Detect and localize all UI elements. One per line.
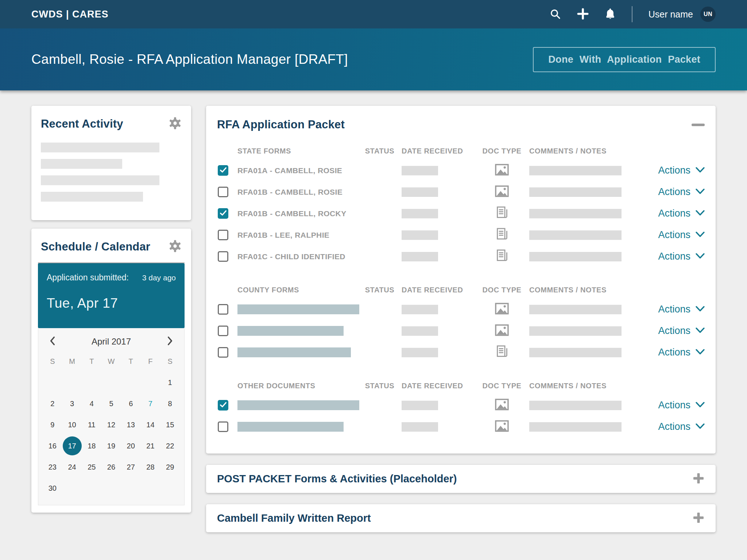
calendar-day[interactable]: 19 bbox=[101, 436, 121, 455]
date-received-bar bbox=[402, 230, 438, 240]
row-checkbox[interactable] bbox=[218, 400, 228, 411]
calendar-day[interactable]: 9 bbox=[43, 415, 62, 434]
row-checkbox[interactable] bbox=[218, 230, 228, 240]
calendar-empty-cell bbox=[101, 373, 121, 392]
row-checkbox[interactable] bbox=[218, 208, 228, 219]
comments-bar bbox=[529, 187, 622, 197]
chevron-down-icon bbox=[696, 210, 705, 217]
event-time-ago: 3 day ago bbox=[142, 273, 176, 282]
event-label: Application submitted: bbox=[47, 273, 129, 283]
calendar-day[interactable]: 20 bbox=[121, 436, 141, 455]
calendar-day[interactable]: 11 bbox=[82, 415, 101, 434]
row-checkbox[interactable] bbox=[218, 251, 228, 262]
row-checkbox[interactable] bbox=[218, 347, 228, 358]
top-navigation-bar: CWDS | CARES User name UN bbox=[0, 0, 747, 28]
calendar-day[interactable]: 7 bbox=[141, 394, 160, 413]
packet-section-header: OTHER DOCUMENTS STATUS DATE RECEIVED DOC… bbox=[217, 377, 705, 394]
chevron-down-icon bbox=[696, 423, 705, 430]
add-button[interactable] bbox=[577, 8, 589, 21]
actions-dropdown[interactable]: Actions bbox=[658, 325, 705, 337]
calendar-day[interactable]: 4 bbox=[82, 394, 101, 413]
actions-dropdown[interactable]: Actions bbox=[658, 165, 705, 176]
actions-dropdown[interactable]: Actions bbox=[658, 400, 705, 411]
calendar-empty-cell bbox=[101, 479, 121, 498]
recent-activity-settings-button[interactable] bbox=[169, 117, 182, 131]
chevron-down-icon bbox=[696, 306, 705, 313]
calendar-day[interactable]: 23 bbox=[43, 458, 62, 477]
actions-dropdown[interactable]: Actions bbox=[658, 347, 705, 358]
schedule-calendar-title: Schedule / Calendar bbox=[41, 240, 150, 253]
packet-row: RFA01A - CAMBELL, ROSIE Actions bbox=[217, 160, 705, 181]
packet-row: Actions bbox=[217, 342, 705, 363]
comments-bar bbox=[529, 348, 622, 357]
calendar-day[interactable]: 13 bbox=[121, 415, 141, 434]
calendar-day[interactable]: 15 bbox=[160, 415, 180, 434]
done-with-application-packet-button[interactable]: Done With Application Packet bbox=[533, 47, 716, 72]
calendar-day[interactable]: 8 bbox=[160, 394, 180, 413]
date-received-bar bbox=[402, 348, 438, 357]
calendar-day[interactable]: 2 bbox=[43, 394, 62, 413]
actions-label: Actions bbox=[658, 165, 690, 176]
user-menu[interactable]: User name UN bbox=[649, 7, 716, 22]
actions-dropdown[interactable]: Actions bbox=[658, 186, 705, 198]
calendar-day[interactable]: 26 bbox=[101, 458, 121, 477]
actions-dropdown[interactable]: Actions bbox=[658, 304, 705, 315]
chevron-down-icon bbox=[696, 349, 705, 356]
plus-icon bbox=[577, 8, 589, 21]
actions-dropdown[interactable]: Actions bbox=[658, 208, 705, 219]
calendar-day-header: W bbox=[101, 352, 121, 371]
calendar-day[interactable]: 12 bbox=[101, 415, 121, 434]
date-received-bar bbox=[402, 326, 438, 336]
calendar-day[interactable]: 6 bbox=[121, 394, 141, 413]
row-checkbox[interactable] bbox=[218, 304, 228, 315]
calendar-day[interactable]: 27 bbox=[121, 458, 141, 477]
chevron-down-icon bbox=[696, 402, 705, 409]
column-header-doc-type: DOC TYPE bbox=[482, 286, 521, 294]
search-button[interactable] bbox=[549, 8, 561, 21]
packet-row: RFA01B - LEE, RALPHIE Actions bbox=[217, 224, 705, 246]
calendar-day[interactable]: 18 bbox=[82, 436, 101, 455]
packet-row: Actions bbox=[217, 299, 705, 320]
calendar-next-button[interactable] bbox=[167, 336, 173, 347]
calendar-empty-cell bbox=[62, 479, 82, 498]
calendar-day[interactable]: 21 bbox=[141, 436, 160, 455]
row-checkbox[interactable] bbox=[218, 165, 228, 176]
calendar-day[interactable]: 16 bbox=[43, 436, 62, 455]
comments-bar bbox=[529, 401, 622, 410]
calendar-day[interactable]: 17 bbox=[62, 436, 82, 455]
row-checkbox[interactable] bbox=[218, 326, 228, 336]
packet-row: Actions bbox=[217, 320, 705, 342]
packet-row: RFA01B - CAMBELL, ROSIE Actions bbox=[217, 181, 705, 203]
schedule-settings-button[interactable] bbox=[169, 240, 182, 254]
app-logo: CWDS | CARES bbox=[31, 9, 109, 20]
calendar-day[interactable]: 5 bbox=[101, 394, 121, 413]
calendar-day[interactable]: 3 bbox=[62, 394, 82, 413]
topbar-divider bbox=[632, 6, 632, 22]
actions-dropdown[interactable]: Actions bbox=[658, 251, 705, 262]
actions-dropdown[interactable]: Actions bbox=[658, 229, 705, 241]
collapse-minus-icon[interactable] bbox=[692, 124, 705, 126]
row-name-bar bbox=[237, 326, 344, 336]
calendar-day[interactable]: 24 bbox=[62, 458, 82, 477]
calendar-day[interactable]: 25 bbox=[82, 458, 101, 477]
calendar-day[interactable]: 29 bbox=[160, 458, 180, 477]
calendar-day[interactable]: 22 bbox=[160, 436, 180, 455]
notifications-button[interactable] bbox=[605, 8, 616, 21]
calendar-prev-button[interactable] bbox=[49, 336, 56, 347]
post-packet-title: POST PACKET Forms & Activities (Placehol… bbox=[217, 473, 457, 485]
post-packet-expand-button[interactable] bbox=[692, 472, 705, 486]
row-checkbox[interactable] bbox=[218, 187, 228, 197]
calendar-day[interactable]: 14 bbox=[141, 415, 160, 434]
calendar-day[interactable]: 30 bbox=[43, 479, 62, 498]
calendar-day[interactable]: 10 bbox=[62, 415, 82, 434]
written-report-expand-button[interactable] bbox=[692, 512, 705, 525]
column-header-doc-type: DOC TYPE bbox=[482, 147, 521, 155]
row-checkbox[interactable] bbox=[218, 421, 228, 432]
actions-dropdown[interactable]: Actions bbox=[658, 421, 705, 432]
section-label: COUNTY FORMS bbox=[237, 286, 358, 294]
calendar-day[interactable]: 1 bbox=[160, 373, 180, 392]
calendar-day[interactable]: 28 bbox=[141, 458, 160, 477]
row-label: RFA01B - CAMBELL, ROCKY bbox=[237, 209, 347, 218]
chevron-down-icon bbox=[696, 253, 705, 260]
actions-label: Actions bbox=[658, 251, 690, 262]
